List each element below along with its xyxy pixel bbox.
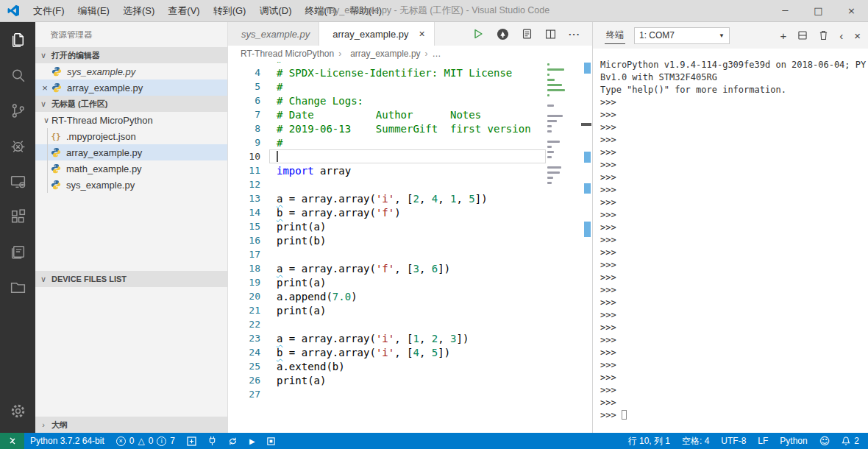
- eol-status[interactable]: LF: [752, 433, 774, 449]
- breadcrumb[interactable]: RT-Thread MicroPython › array_example.py…: [228, 46, 592, 62]
- code-editor[interactable]: 3#4# SPDX-License-Identifier: MIT Licens…: [228, 62, 592, 433]
- code-line[interactable]: 25a.extend(b): [228, 359, 592, 373]
- code-line[interactable]: 27: [228, 387, 592, 401]
- code-line[interactable]: 21print(a): [228, 303, 592, 317]
- activitybar-extensions-icon[interactable]: [0, 199, 35, 234]
- feedback-smiley-icon[interactable]: ☺: [814, 433, 836, 449]
- close-file-icon[interactable]: ×: [39, 82, 51, 93]
- tree-folder-rt-thread[interactable]: ∨ RT-Thread MicroPython: [35, 112, 227, 128]
- editor-tab-bar: sys_example.py array_example.py ×: [228, 22, 592, 46]
- section-workspace[interactable]: ∨ 无标题 (工作区): [35, 96, 227, 112]
- notifications-bell[interactable]: 2: [836, 433, 868, 449]
- minimap-line: [547, 177, 553, 179]
- tab-terminal[interactable]: 终端: [605, 26, 625, 44]
- tree-file-item[interactable]: {}.mpyproject.json: [35, 128, 227, 144]
- close-panel-icon[interactable]: ×: [854, 30, 861, 41]
- encoding-status[interactable]: UTF-8: [715, 433, 752, 449]
- menu-item-4[interactable]: 转到(G): [207, 0, 253, 22]
- activitybar-debug-icon[interactable]: [0, 128, 35, 163]
- language-mode-status[interactable]: Python: [774, 433, 813, 449]
- remote-indicator[interactable]: [0, 433, 24, 449]
- activitybar-source-control-icon[interactable]: [0, 93, 35, 128]
- terminal-prompt-line: >>>: [600, 209, 868, 222]
- terminal-selector[interactable]: 1: COM7 ▼: [634, 27, 730, 44]
- tree-file-item[interactable]: sys_example.py: [35, 177, 227, 193]
- section-outline[interactable]: › 大纲: [35, 417, 227, 433]
- code-line[interactable]: 8# 2019-06-13 SummerGift first version: [228, 121, 592, 135]
- menu-item-2[interactable]: 选择(S): [116, 0, 161, 22]
- code-line[interactable]: 10: [228, 149, 592, 163]
- python-interpreter-status[interactable]: Python 3.7.2 64-bit: [24, 433, 110, 449]
- code-line[interactable]: 13a = array.array('i', [2, 4, 1, 5]): [228, 191, 592, 205]
- code-line[interactable]: 9#: [228, 135, 592, 149]
- indentation-status[interactable]: 空格: 4: [676, 433, 715, 449]
- sync-to-device-button[interactable]: [522, 28, 533, 40]
- problems-status[interactable]: × 0 △ 0 i 7: [110, 433, 181, 449]
- code-line[interactable]: 26print(a): [228, 373, 592, 387]
- code-line[interactable]: 20a.append(7.0): [228, 289, 592, 303]
- new-project-button[interactable]: [181, 433, 202, 449]
- minimize-icon[interactable]: ─: [769, 0, 802, 22]
- code-line[interactable]: 17: [228, 247, 592, 261]
- code-line[interactable]: 7# Date Author Notes: [228, 107, 592, 121]
- activitybar-search-icon[interactable]: [0, 57, 35, 93]
- python-file-icon: [50, 147, 62, 158]
- kill-terminal-button[interactable]: [819, 30, 828, 40]
- stop-status-button[interactable]: [261, 433, 281, 449]
- close-tab-icon[interactable]: ×: [419, 28, 425, 40]
- chevron-left-icon[interactable]: ‹: [839, 30, 843, 41]
- close-window-icon[interactable]: ×: [835, 0, 868, 22]
- activitybar-explorer-icon[interactable]: [0, 22, 35, 57]
- code-line[interactable]: 22: [228, 317, 592, 331]
- minimap-line: [547, 125, 552, 127]
- device-connect-button[interactable]: [202, 433, 222, 449]
- split-editor-button[interactable]: [545, 29, 556, 40]
- maximize-icon[interactable]: □: [802, 0, 835, 22]
- code-line[interactable]: 14b = array.array('f'): [228, 205, 592, 219]
- line-text: # SPDX-License-Identifier: MIT License: [260, 67, 512, 79]
- menu-item-0[interactable]: 文件(F): [26, 0, 71, 22]
- split-terminal-button[interactable]: [797, 30, 808, 40]
- menu-item-1[interactable]: 编辑(E): [71, 0, 116, 22]
- line-text: #: [260, 137, 282, 149]
- line-text: b = array.array('i', [4, 5]): [260, 347, 450, 358]
- code-line[interactable]: 15print(a): [228, 219, 592, 233]
- menu-item-7[interactable]: 帮助(H): [343, 0, 388, 22]
- overview-ruler[interactable]: [583, 62, 591, 433]
- code-line[interactable]: 19print(a): [228, 275, 592, 289]
- activitybar-project-notes-icon[interactable]: [0, 234, 35, 269]
- section-open-editors[interactable]: ∨ 打开的编辑器: [35, 47, 227, 63]
- line-text: a.extend(b): [260, 361, 345, 372]
- tab-sys-example[interactable]: sys_example.py: [228, 22, 319, 46]
- tree-file-item[interactable]: math_example.py: [35, 160, 227, 177]
- tree-file-item[interactable]: array_example.py: [35, 144, 227, 160]
- sync-button[interactable]: [222, 433, 243, 449]
- rt-thread-download-button[interactable]: [497, 28, 509, 40]
- menu-item-3[interactable]: 查看(V): [161, 0, 206, 22]
- new-terminal-button[interactable]: +: [780, 30, 786, 41]
- menu-item-6[interactable]: 终端(T): [298, 0, 343, 22]
- code-line[interactable]: 23a = array.array('i', [1, 2, 3]): [228, 331, 592, 345]
- tab-array-example[interactable]: array_example.py ×: [319, 22, 435, 46]
- activitybar-folder-icon[interactable]: [0, 269, 35, 305]
- code-line[interactable]: 16print(b): [228, 233, 592, 247]
- code-line[interactable]: 5#: [228, 79, 592, 93]
- activitybar-remote-device-icon[interactable]: [0, 163, 35, 199]
- open-editor-item[interactable]: ×sys_example.py: [35, 63, 227, 79]
- line-number: 12: [228, 179, 260, 190]
- open-editor-item[interactable]: ×array_example.py: [35, 79, 227, 96]
- section-device-files[interactable]: ∨ DEVICE FILES LIST: [35, 271, 227, 287]
- menu-item-5[interactable]: 调试(D): [252, 0, 298, 22]
- run-status-button[interactable]: ▶: [243, 433, 261, 449]
- terminal-output[interactable]: MicroPython v1.9.4-114-g309fe39d on 2018…: [593, 49, 868, 433]
- activitybar-settings-icon[interactable]: [0, 393, 35, 428]
- code-line[interactable]: 6# Change Logs:: [228, 93, 592, 107]
- code-line[interactable]: 12: [228, 177, 592, 191]
- cursor-position-status[interactable]: 行 10, 列 1: [622, 433, 676, 449]
- code-line[interactable]: 18a = array.array('f', [3, 6]): [228, 261, 592, 275]
- code-line[interactable]: 11import array: [228, 163, 592, 177]
- more-actions-button[interactable]: ···: [569, 29, 580, 40]
- code-line[interactable]: 24b = array.array('i', [4, 5]): [228, 345, 592, 359]
- run-file-button[interactable]: [472, 28, 484, 40]
- code-line[interactable]: 4# SPDX-License-Identifier: MIT License: [228, 66, 592, 79]
